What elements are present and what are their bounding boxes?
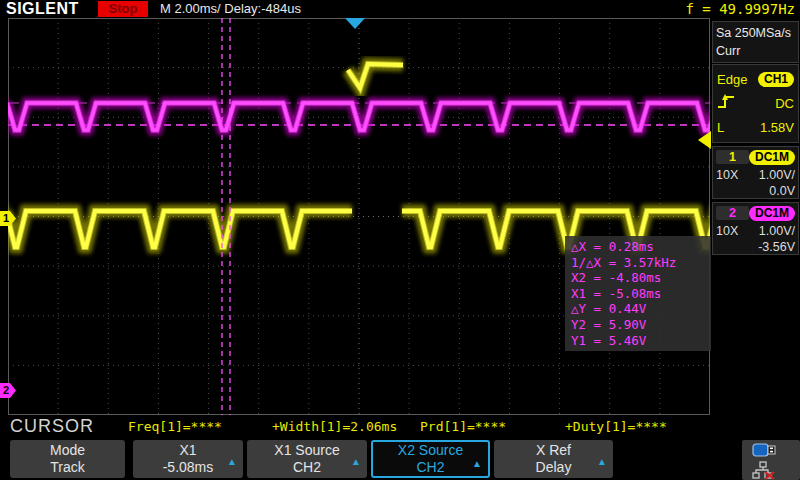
frequency-counter: f = 49.9997Hz bbox=[685, 1, 795, 17]
active-menu-title: CURSOR bbox=[10, 416, 94, 437]
timebase-readout[interactable]: M 2.00ms/ Delay:-484us bbox=[160, 1, 301, 16]
measurement-period: Prd[1]=**** bbox=[420, 419, 506, 434]
up-arrow-icon: ▲ bbox=[597, 453, 607, 470]
cursor-delta-x: △X = 0.28ms bbox=[571, 239, 705, 255]
status-row: CURSOR Freq[1]=**** +Width[1]=2.06ms Prd… bbox=[0, 415, 800, 438]
brand-logo: SIGLENT bbox=[6, 0, 79, 18]
cursor-y1: Y1 = 5.46V bbox=[571, 333, 705, 349]
measurement-freq: Freq[1]=**** bbox=[128, 419, 222, 434]
trigger-level-marker[interactable] bbox=[698, 131, 711, 149]
channel2-number: 2 bbox=[716, 206, 749, 220]
softkey-x1-source[interactable]: X1 Source CH2 ▲ bbox=[247, 440, 367, 478]
channel1-info-box[interactable]: 1 DC1M 10X 1.00V/ 0.0V bbox=[712, 146, 799, 199]
waveform-graticule[interactable] bbox=[8, 18, 710, 415]
channel2-coupling-badge: DC1M bbox=[749, 206, 795, 221]
up-arrow-icon: ▲ bbox=[351, 453, 361, 470]
channel2-info-box[interactable]: 2 DC1M 10X 1.00V/ -3.56V bbox=[712, 202, 799, 255]
softkey-x2-source[interactable]: X2 Source CH2 ▲ bbox=[371, 440, 490, 478]
trigger-level-value: 1.58V bbox=[760, 120, 794, 135]
cursor-x2: X2 = -4.80ms bbox=[571, 270, 705, 286]
lan-disconnected-icon bbox=[752, 466, 776, 480]
measurement-duty: +Duty[1]=**** bbox=[565, 419, 667, 434]
channel2-offset: -3.56V bbox=[716, 239, 795, 255]
acquisition-status-badge[interactable]: Stop bbox=[98, 1, 148, 17]
trigger-source-badge: CH1 bbox=[758, 72, 794, 87]
softkey-x1[interactable]: X1 -5.08ms ▲ bbox=[133, 440, 243, 478]
trigger-info-box[interactable]: Edge CH1 DC L 1.58V bbox=[712, 64, 799, 143]
cursor-inv-delta-x: 1/△X = 3.57kHz bbox=[571, 255, 705, 271]
channel2-probe: 10X bbox=[716, 223, 738, 239]
softkey-menu: Mode Track X1 -5.08ms ▲ X1 Source CH2 ▲ … bbox=[0, 438, 800, 480]
channel1-offset: 0.0V bbox=[716, 183, 795, 199]
up-arrow-icon: ▲ bbox=[227, 453, 237, 470]
channel1-coupling-badge: DC1M bbox=[749, 150, 795, 165]
rising-edge-icon bbox=[717, 93, 737, 114]
top-bar: SIGLENT Stop M 2.00ms/ Delay:-484us f = … bbox=[0, 0, 800, 19]
softkey-x-ref[interactable]: X Ref Delay ▲ bbox=[494, 440, 613, 478]
softkey-mode[interactable]: Mode Track bbox=[10, 440, 125, 478]
trigger-level-label: L bbox=[717, 120, 724, 135]
channel2-scale: 1.00V/ bbox=[738, 223, 795, 239]
usb-icon bbox=[752, 443, 776, 460]
acquisition-info-box[interactable]: Sa 250MSa/s Curr 7.00Mpts bbox=[712, 21, 799, 63]
channel1-probe: 10X bbox=[716, 167, 738, 183]
trigger-type-label: Edge bbox=[717, 72, 747, 87]
cursor-x1: X1 = -5.08ms bbox=[571, 286, 705, 302]
measurement-pwidth: +Width[1]=2.06ms bbox=[272, 419, 397, 434]
channel1-scale: 1.00V/ bbox=[738, 167, 795, 183]
up-arrow-icon: ▲ bbox=[472, 455, 482, 472]
sample-rate: Sa 250MSa/s bbox=[716, 24, 795, 42]
cursor-readout-panel: △X = 0.28ms 1/△X = 3.57kHz X2 = -4.80ms … bbox=[565, 236, 711, 351]
oscilloscope-screen: SIGLENT Stop M 2.00ms/ Delay:-484us f = … bbox=[0, 0, 800, 480]
trigger-coupling: DC bbox=[775, 96, 794, 111]
connectivity-status-box bbox=[742, 440, 800, 480]
cursor-delta-y: △Y = 0.44V bbox=[571, 301, 705, 317]
channel1-number: 1 bbox=[716, 150, 749, 164]
cursor-y2: Y2 = 5.90V bbox=[571, 317, 705, 333]
